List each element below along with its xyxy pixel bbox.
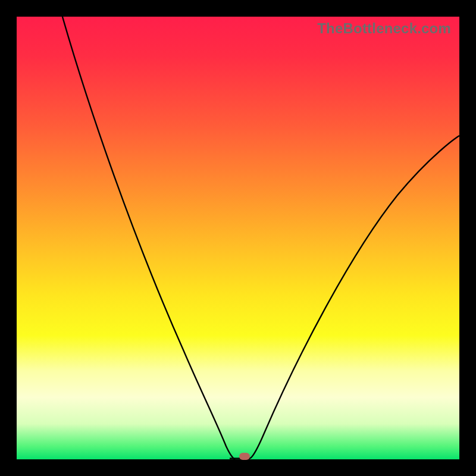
- bottleneck-curve: [17, 17, 459, 459]
- plot-area: TheBottleneck.com: [17, 17, 459, 459]
- optimum-marker: [239, 453, 250, 460]
- chart-frame: TheBottleneck.com: [0, 0, 476, 476]
